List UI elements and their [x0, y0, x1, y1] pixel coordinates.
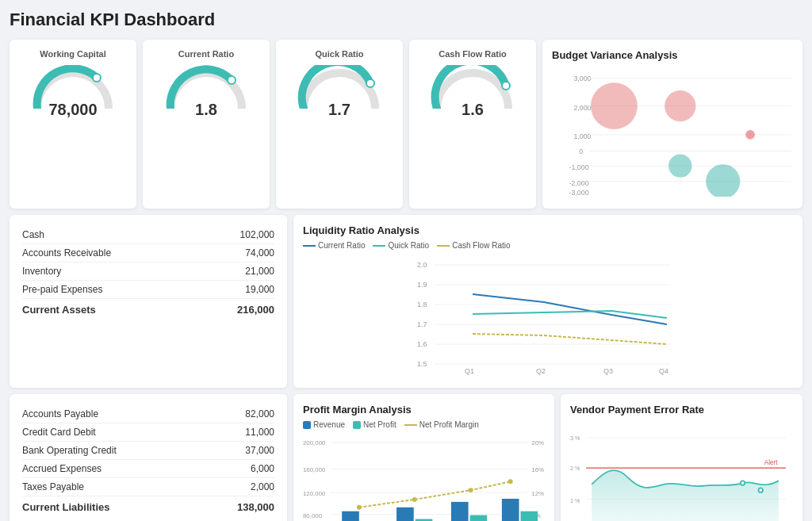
vendor-payment-card: Vendor Payment Error Rate 3 % 2 % 1 % 0 …	[561, 394, 802, 521]
svg-text:1.9: 1.9	[417, 281, 427, 289]
liability-value-boc: 37,000	[245, 445, 274, 456]
legend-label-quick: Quick Ratio	[388, 241, 429, 250]
svg-point-2	[366, 79, 374, 87]
kpi-current-ratio: Current Ratio 1.8	[143, 40, 270, 209]
legend-dot-netprofit	[353, 421, 361, 429]
svg-text:-2,000: -2,000	[569, 179, 589, 187]
svg-text:1.8: 1.8	[417, 301, 427, 308]
svg-text:3 %: 3 %	[570, 435, 580, 442]
legend-label-current: Current Ratio	[318, 241, 365, 250]
liability-value-tax: 2,000	[251, 481, 274, 492]
liability-label-tax: Taxes Payable	[22, 481, 84, 492]
liability-label-ae: Accrued Expenses	[22, 463, 102, 474]
budget-bubble-4	[668, 154, 691, 177]
margin-line	[359, 481, 511, 507]
kpi-value-working-capital: 78,000	[48, 101, 97, 119]
kpi-value-current-ratio: 1.8	[195, 101, 217, 119]
asset-row-inventory: Inventory 21,000	[22, 262, 274, 281]
profit-title: Profit Margin Analysis	[303, 404, 545, 416]
kpi-label-cash-flow-ratio: Cash Flow Ratio	[439, 49, 507, 59]
total-liabilities-row: Current Liabilities 138,000	[22, 496, 274, 516]
svg-text:Q1: Q1	[465, 367, 474, 375]
svg-text:1 %: 1 %	[570, 497, 580, 504]
liquidity-title: Liquidity Ratio Analysis	[303, 224, 793, 236]
liability-row-tax: Taxes Payable 2,000	[22, 478, 274, 496]
budget-bubble-2	[665, 90, 695, 121]
svg-point-0	[93, 74, 101, 82]
svg-text:-3,000: -3,000	[569, 189, 589, 197]
svg-text:2 %: 2 %	[570, 465, 580, 472]
svg-text:16%: 16%	[531, 466, 544, 473]
kpi-cash-flow-ratio: Cash Flow Ratio 1.6	[409, 40, 536, 209]
liability-label-cc: Credit Card Debit	[22, 427, 96, 438]
profit-legend: Revenue Net Profit Net Profit Margin	[303, 420, 545, 429]
revenue-bar-q3	[451, 502, 469, 521]
total-assets-label: Current Assets	[22, 304, 96, 316]
budget-variance-chart: 3,000 2,000 1,000 0 -1,000 -2,000 -3,000	[552, 66, 793, 197]
cash-flow-ratio-line	[473, 334, 667, 344]
kpi-value-cash-flow-ratio: 1.6	[462, 101, 484, 119]
asset-label-inventory: Inventory	[22, 266, 61, 277]
dashboard: Financial KPI Dashboard Working Capital …	[0, 0, 812, 521]
svg-text:1,000: 1,000	[573, 132, 591, 140]
svg-text:0: 0	[579, 147, 583, 155]
legend-label-netprofit: Net Profit	[363, 420, 396, 429]
legend-line-quick	[373, 245, 385, 247]
legend-label-cashflow: Cash Flow Ratio	[452, 241, 510, 250]
bottom-row: Accounts Payable 82,000 Credit Card Debi…	[10, 394, 802, 521]
liability-row-ap: Accounts Payable 82,000	[22, 405, 274, 423]
vendor-title: Vendor Payment Error Rate	[570, 404, 793, 416]
total-liabilities-value: 138,000	[237, 501, 274, 513]
svg-text:1.7: 1.7	[417, 320, 427, 328]
asset-value-prepaid: 19,000	[245, 284, 274, 295]
liability-row-boc: Bank Operating Credit 37,000	[22, 442, 274, 460]
vendor-svg: 3 % 2 % 1 % 0 % Alert	[570, 420, 793, 521]
gauge-quick-ratio: 1.7	[296, 65, 383, 121]
liability-value-ap: 82,000	[245, 408, 274, 419]
legend-line-margin	[404, 424, 417, 426]
kpi-quick-ratio: Quick Ratio 1.7	[276, 40, 403, 209]
svg-text:3,000: 3,000	[573, 75, 591, 82]
budget-bubble-1	[591, 82, 638, 129]
svg-text:2,000: 2,000	[573, 104, 591, 112]
svg-text:Q4: Q4	[659, 367, 668, 375]
svg-text:Q2: Q2	[536, 367, 546, 375]
revenue-bar-q1	[342, 511, 359, 521]
liability-value-ae: 6,000	[251, 463, 274, 474]
legend-cash-flow-ratio: Cash Flow Ratio	[437, 241, 510, 250]
gauge-current-ratio: 1.8	[163, 65, 250, 121]
margin-dot-q2	[412, 497, 417, 502]
svg-text:200,000: 200,000	[303, 439, 326, 446]
liability-value-cc: 11,000	[245, 427, 274, 438]
budget-variance-title: Budget Variance Analysis	[552, 49, 793, 61]
svg-text:1.6: 1.6	[417, 340, 427, 348]
asset-row-cash: Cash 102,000	[22, 226, 274, 244]
page-title: Financial KPI Dashboard	[10, 10, 802, 30]
profit-svg: 200,000 160,000 120,000 80,000 40,000 0 …	[303, 432, 545, 521]
asset-label-prepaid: Pre-paid Expenses	[22, 284, 102, 295]
total-assets-row: Current Assets 216,000	[22, 299, 274, 319]
asset-row-ar: Accounts Receivable 74,000	[22, 244, 274, 262]
asset-value-cash: 102,000	[240, 229, 274, 240]
total-liabilities-label: Current Liabilities	[22, 501, 110, 513]
gauge-cash-flow-ratio: 1.6	[429, 65, 516, 121]
asset-value-ar: 74,000	[245, 247, 274, 259]
svg-point-3	[502, 82, 510, 90]
svg-text:120,000: 120,000	[303, 490, 326, 497]
svg-text:12%: 12%	[531, 490, 544, 497]
revenue-bar-q2	[396, 508, 414, 521]
legend-label-margin: Net Profit Margin	[419, 420, 479, 429]
liabilities-table-card: Accounts Payable 82,000 Credit Card Debi…	[10, 394, 287, 521]
liability-label-ap: Accounts Payable	[22, 408, 98, 419]
legend-net-profit: Net Profit	[353, 420, 396, 429]
vendor-dot-dec	[758, 488, 762, 492]
svg-text:Alert: Alert	[764, 459, 778, 466]
netprofit-bar-q4	[521, 511, 538, 521]
asset-label-cash: Cash	[22, 229, 44, 240]
svg-text:-1,000: -1,000	[569, 163, 589, 171]
netprofit-bar-q3	[470, 515, 488, 521]
assets-table-card: Cash 102,000 Accounts Receivable 74,000 …	[10, 215, 287, 388]
revenue-bar-q4	[502, 499, 519, 521]
kpi-value-quick-ratio: 1.7	[328, 101, 350, 119]
svg-text:80,000: 80,000	[303, 512, 323, 519]
